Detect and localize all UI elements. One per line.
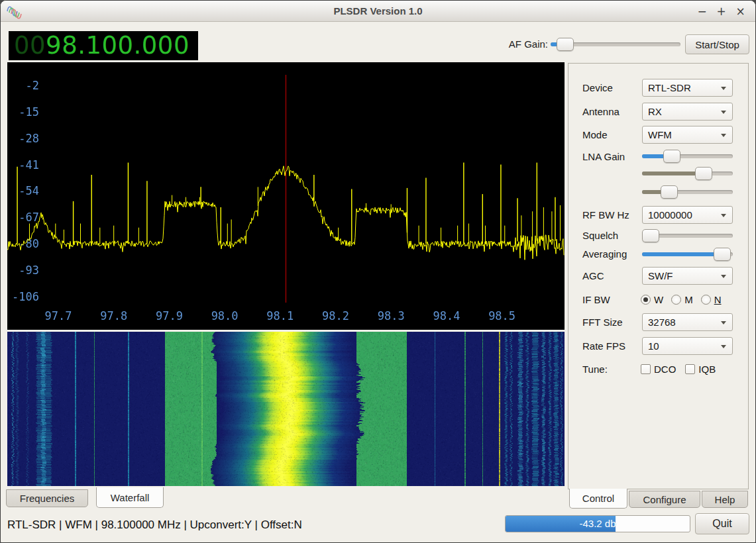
titlebar[interactable]: PLSDR Version 1.0 − + × [1,1,755,22]
gain3-slider-handle[interactable] [661,185,678,199]
tune-label: Tune: [582,363,608,376]
tab-control[interactable]: Control [569,489,627,509]
quit-button[interactable]: Quit [695,513,749,534]
if-bw-radio-m[interactable] [671,295,681,305]
chevron-down-icon [721,87,726,90]
lna-gain-slider-handle[interactable] [663,150,680,163]
signal-meter-fill: -43.2 db [506,516,616,532]
squelch-slider-handle[interactable] [642,229,659,242]
if-bw-radio-w-label: W [654,294,663,305]
fft-size-label: FFT Size [582,316,623,329]
averaging-slider[interactable] [642,248,733,261]
gain2-slider-handle[interactable] [695,167,712,180]
rate-fps-label: Rate FPS [582,340,625,353]
averaging-label: Averaging [582,248,627,261]
if-bw-radio-n[interactable] [701,295,711,305]
af-gain-slider-handle[interactable] [557,38,574,51]
device-value: RTL-SDR [648,82,691,93]
chevron-down-icon [721,321,726,324]
af-gain-slider[interactable] [551,38,680,51]
tab-configure[interactable]: Configure [629,491,700,508]
chevron-down-icon [721,345,726,348]
averaging-slider-handle[interactable] [714,248,731,261]
if-bw-radio-m-label: M [684,294,693,305]
agc-label: AGC [582,270,604,283]
chevron-down-icon [721,111,726,114]
mode-label: Mode [582,128,608,142]
rf-bw-label: RF BW Hz [582,209,629,222]
close-button[interactable]: × [731,5,750,18]
iqb-checkbox[interactable] [685,364,695,374]
averaging-slider-fill [642,252,722,256]
chevron-down-icon [721,214,726,217]
tab-configure-label: Configure [643,494,686,505]
minimize-button[interactable]: − [692,5,712,18]
signal-meter: -43.2 db -43.2 db [505,515,690,532]
gain2-slider[interactable] [642,167,733,180]
iqb-checkbox-label: IQB [698,364,716,375]
tab-waterfall[interactable]: Waterfall [96,487,164,508]
tab-frequencies-label: Frequencies [20,493,75,504]
dco-checkbox[interactable] [641,364,651,374]
frequency-dim-digits: 00 [14,31,46,60]
start-stop-button[interactable]: Start/Stop [685,34,749,54]
antenna-value: RX [648,106,662,117]
window-title: PLSDR Version 1.0 [1,1,755,21]
squelch-slider[interactable] [642,229,733,242]
tune-options: DCO IQB [641,364,725,375]
rate-fps-select[interactable]: 10 [642,337,733,355]
frequency-digits: 98.100.000 [46,31,189,60]
fft-size-value: 32768 [648,317,676,328]
device-select[interactable]: RTL-SDR [642,79,733,97]
app-window: PLSDR Version 1.0 − + × 0098.100.000 AF … [0,0,756,543]
squelch-label: Squelch [582,229,618,242]
window-controls: − + × [692,1,750,21]
agc-value: SW/F [648,270,673,281]
antenna-select[interactable]: RX [642,103,733,121]
tab-waterfall-label: Waterfall [111,492,150,503]
gain3-slider[interactable] [642,185,733,199]
signal-meter-value: -43.2 db [506,516,616,532]
dco-checkbox-label: DCO [654,364,676,375]
antenna-label: Antenna [582,105,620,119]
tab-help-label: Help [715,494,735,505]
if-bw-radio-n-label: N [714,294,722,305]
frequency-display[interactable]: 0098.100.000 [9,31,198,60]
if-bw-label: IF BW [582,293,610,307]
mode-select[interactable]: WFM [642,126,733,144]
tab-control-label: Control [582,493,614,504]
chevron-down-icon [721,275,726,278]
af-gain-label: AF Gain: [499,38,548,50]
tab-help[interactable]: Help [702,491,748,508]
rate-fps-value: 10 [648,340,659,352]
rf-bw-select[interactable]: 10000000 [642,206,733,224]
agc-select[interactable]: SW/F [642,267,733,285]
rf-bw-value: 10000000 [648,209,692,221]
tab-frequencies[interactable]: Frequencies [6,489,88,507]
if-bw-radio-w[interactable] [641,295,651,305]
waterfall-display[interactable] [7,332,565,486]
maximize-button[interactable]: + [712,5,731,18]
lna-gain-slider[interactable] [642,150,733,163]
status-text: RTL-SDR | WFM | 98.100000 MHz | Upconver… [7,518,302,532]
chevron-down-icon [721,134,726,137]
mode-value: WFM [648,129,672,140]
lna-gain-label: LNA Gain [582,150,625,164]
fft-size-select[interactable]: 32768 [642,313,733,331]
spectrum-display[interactable] [7,62,565,330]
device-label: Device [582,81,613,95]
if-bw-options: W M N [641,294,729,305]
